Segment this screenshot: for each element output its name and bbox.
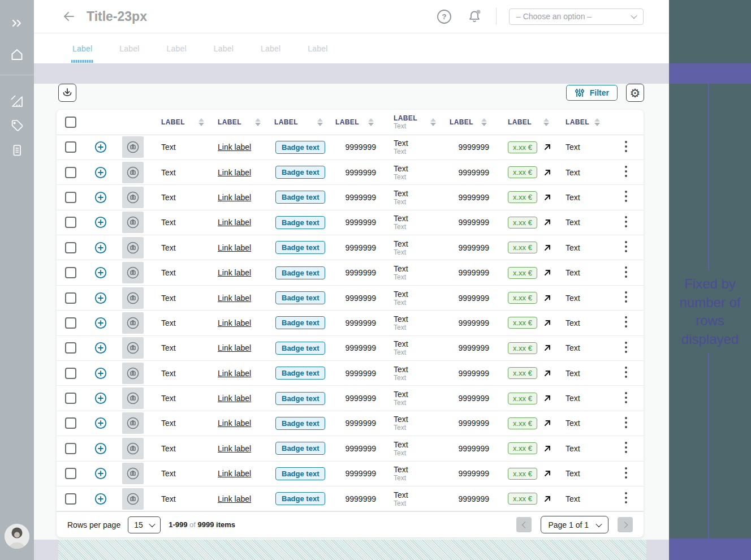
add-row-button[interactable]	[94, 442, 107, 455]
open-link-button[interactable]	[543, 318, 552, 328]
sort-icon[interactable]	[317, 118, 323, 126]
previous-page-button[interactable]	[516, 517, 532, 532]
cell-link[interactable]: Link label	[218, 168, 251, 177]
row-checkbox[interactable]	[65, 443, 76, 454]
sidebar-expand-button[interactable]	[0, 14, 34, 33]
row-checkbox[interactable]	[65, 192, 76, 203]
row-menu-button[interactable]	[624, 290, 628, 304]
next-page-button[interactable]	[618, 517, 633, 532]
page-select[interactable]: Page 1 of 1	[541, 516, 608, 533]
column-header[interactable]: LABEL	[557, 110, 608, 135]
open-link-button[interactable]	[543, 243, 552, 252]
cell-link[interactable]: Link label	[218, 444, 251, 453]
add-row-button[interactable]	[94, 140, 107, 154]
row-menu-button[interactable]	[624, 365, 628, 379]
cell-link[interactable]: Link label	[218, 268, 251, 277]
add-row-button[interactable]	[94, 367, 107, 380]
open-link-button[interactable]	[543, 294, 552, 303]
open-link-button[interactable]	[543, 343, 552, 352]
row-checkbox[interactable]	[65, 342, 76, 354]
row-menu-button[interactable]	[624, 140, 628, 153]
sort-icon[interactable]	[430, 118, 436, 126]
row-checkbox[interactable]	[65, 417, 76, 429]
cell-link[interactable]: Link label	[218, 369, 251, 378]
row-menu-button[interactable]	[624, 165, 628, 178]
notifications-button[interactable]	[467, 8, 482, 24]
open-link-button[interactable]	[543, 394, 552, 403]
sidebar-item-tags[interactable]	[0, 116, 34, 135]
tab-4[interactable]: Label	[214, 33, 234, 63]
add-row-button[interactable]	[94, 291, 107, 305]
cell-link[interactable]: Link label	[218, 294, 251, 303]
select-all-checkbox[interactable]	[65, 117, 76, 128]
open-link-button[interactable]	[543, 218, 552, 227]
open-link-button[interactable]	[543, 444, 552, 453]
add-row-button[interactable]	[94, 216, 107, 229]
sort-icon[interactable]	[368, 118, 374, 126]
back-button[interactable]	[62, 10, 76, 23]
row-checkbox[interactable]	[65, 368, 76, 379]
cell-link[interactable]: Link label	[218, 243, 251, 252]
row-checkbox[interactable]	[65, 468, 76, 479]
cell-link[interactable]: Link label	[218, 469, 251, 478]
cell-link[interactable]: Link label	[218, 218, 251, 227]
row-menu-button[interactable]	[624, 466, 628, 480]
tab-6[interactable]: Label	[308, 33, 327, 63]
row-checkbox[interactable]	[65, 217, 76, 228]
add-row-button[interactable]	[94, 341, 107, 355]
sort-icon[interactable]	[543, 118, 549, 126]
row-menu-button[interactable]	[624, 189, 628, 203]
cell-link[interactable]: Link label	[218, 494, 251, 503]
sort-icon[interactable]	[198, 118, 204, 126]
column-header[interactable]: LABEL	[269, 110, 331, 135]
add-row-button[interactable]	[94, 241, 107, 255]
add-row-button[interactable]	[94, 391, 107, 405]
download-button[interactable]	[58, 84, 76, 102]
add-row-button[interactable]	[94, 316, 107, 330]
add-row-button[interactable]	[94, 492, 107, 506]
settings-button[interactable]: ⚙	[626, 84, 644, 102]
cell-link[interactable]: Link label	[218, 193, 251, 202]
tab-5[interactable]: Label	[261, 33, 280, 63]
tab-2[interactable]: Label	[119, 33, 139, 63]
row-menu-button[interactable]	[624, 441, 628, 454]
open-link-button[interactable]	[543, 168, 552, 177]
row-checkbox[interactable]	[65, 292, 76, 304]
sidebar-item-ruler[interactable]	[0, 92, 34, 111]
row-menu-button[interactable]	[624, 341, 628, 354]
row-menu-button[interactable]	[624, 215, 628, 229]
user-avatar[interactable]	[5, 524, 29, 549]
open-link-button[interactable]	[543, 268, 552, 277]
cell-link[interactable]: Link label	[218, 143, 251, 152]
cell-link[interactable]: Link label	[218, 394, 251, 403]
row-checkbox[interactable]	[65, 267, 76, 278]
row-menu-button[interactable]	[624, 240, 628, 253]
column-header[interactable]: LABEL	[331, 110, 382, 135]
add-row-button[interactable]	[94, 166, 107, 179]
context-dropdown[interactable]: – Choose an option –	[509, 8, 644, 25]
column-header[interactable]: LABEL	[212, 110, 269, 135]
open-link-button[interactable]	[543, 419, 552, 428]
filter-button[interactable]: Filter	[566, 85, 618, 101]
tab-3[interactable]: Label	[167, 33, 187, 63]
column-header[interactable]: LABEL	[495, 110, 557, 135]
row-menu-button[interactable]	[624, 491, 628, 505]
add-row-button[interactable]	[94, 191, 107, 204]
row-menu-button[interactable]	[624, 391, 628, 404]
open-link-button[interactable]	[543, 494, 552, 503]
column-header[interactable]: LABEL	[444, 110, 495, 135]
row-checkbox[interactable]	[65, 317, 76, 329]
open-link-button[interactable]	[543, 469, 552, 478]
cell-link[interactable]: Link label	[218, 343, 251, 352]
row-checkbox[interactable]	[65, 141, 76, 153]
sidebar-item-home[interactable]	[0, 45, 34, 64]
sidebar-item-documents[interactable]	[0, 141, 34, 160]
row-checkbox[interactable]	[65, 167, 76, 178]
cell-link[interactable]: Link label	[218, 318, 251, 328]
help-button[interactable]: ?	[437, 9, 452, 24]
open-link-button[interactable]	[543, 369, 552, 378]
row-checkbox[interactable]	[65, 393, 76, 404]
add-row-button[interactable]	[94, 266, 107, 279]
row-menu-button[interactable]	[624, 416, 628, 429]
tab-1[interactable]: Label	[72, 33, 92, 63]
